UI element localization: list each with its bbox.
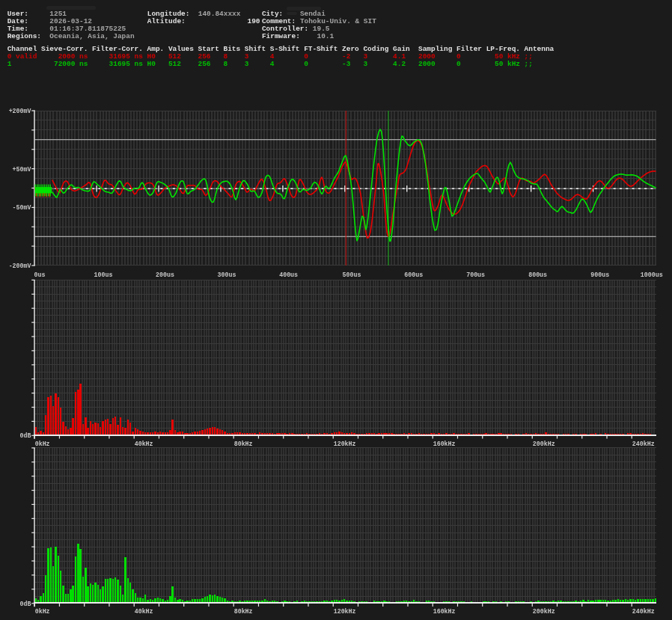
svg-text:200kHz: 200kHz bbox=[533, 608, 555, 615]
svg-text:120kHz: 120kHz bbox=[334, 608, 356, 615]
svg-text:900us: 900us bbox=[590, 271, 609, 278]
svg-text:200kHz: 200kHz bbox=[533, 441, 555, 447]
svg-text:80kHz: 80kHz bbox=[234, 441, 253, 447]
svg-text:200us: 200us bbox=[156, 271, 174, 278]
svg-text:0dB: 0dB bbox=[20, 601, 31, 607]
svg-text:80kHz: 80kHz bbox=[234, 608, 253, 615]
svg-text:500us: 500us bbox=[343, 271, 361, 278]
svg-text:160kHz: 160kHz bbox=[433, 441, 456, 447]
svg-text:-50mV: -50mV bbox=[13, 204, 31, 211]
svg-text:700us: 700us bbox=[466, 271, 485, 278]
svg-text:160kHz: 160kHz bbox=[433, 608, 456, 615]
svg-text:0kHz: 0kHz bbox=[35, 441, 50, 447]
svg-text:-200mV: -200mV bbox=[9, 263, 31, 269]
svg-text:120kHz: 120kHz bbox=[334, 441, 356, 447]
svg-text:0us: 0us bbox=[34, 271, 46, 278]
svg-text:600us: 600us bbox=[404, 271, 423, 278]
svg-text:+200mV: +200mV bbox=[9, 108, 31, 114]
svg-text:240kHz: 240kHz bbox=[632, 608, 655, 615]
svg-text:40kHz: 40kHz bbox=[135, 441, 153, 447]
svg-text:800us: 800us bbox=[528, 271, 547, 278]
svg-text:300us: 300us bbox=[218, 271, 236, 278]
svg-text:0dB: 0dB bbox=[20, 432, 31, 439]
svg-text:+50mV: +50mV bbox=[13, 166, 31, 173]
svg-text:0kHz: 0kHz bbox=[35, 608, 50, 615]
svg-text:400us: 400us bbox=[279, 271, 298, 278]
svg-text:1000us: 1000us bbox=[641, 271, 663, 278]
svg-text:100us: 100us bbox=[94, 271, 113, 278]
svg-text:40kHz: 40kHz bbox=[135, 608, 153, 615]
svg-text:240kHz: 240kHz bbox=[632, 441, 655, 447]
